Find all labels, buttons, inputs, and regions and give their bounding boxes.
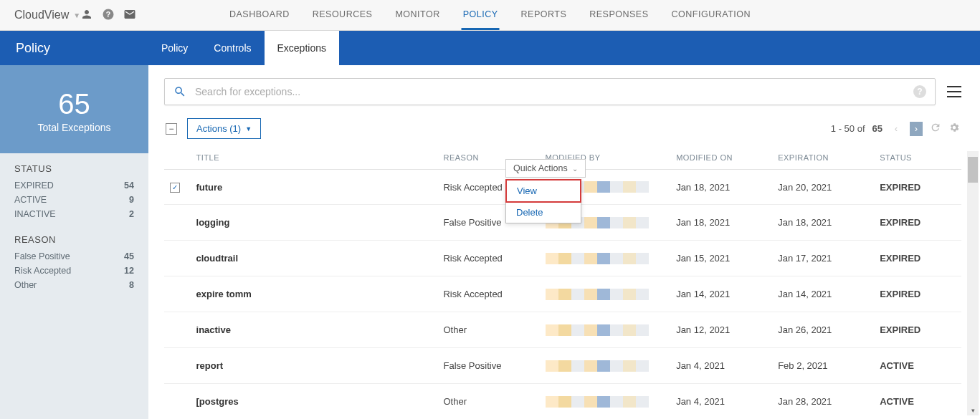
stat-label: Total Exceptions	[0, 122, 148, 133]
search-help-icon[interactable]: ?	[913, 85, 926, 98]
row-status: ACTIVE	[874, 384, 961, 420]
section-tab-controls[interactable]: Controls	[201, 31, 264, 65]
table-row[interactable]: cloudtrailRisk AcceptedJan 15, 2021Jan 1…	[164, 241, 961, 276]
row-expiration: Jan 28, 2021	[772, 384, 874, 420]
stat-number: 65	[0, 88, 148, 120]
actions-dropdown[interactable]: Actions (1) ▼	[187, 118, 261, 139]
collapse-all-toggle[interactable]: −	[166, 123, 177, 135]
row-modified-on: Jan 15, 2021	[670, 241, 772, 276]
column-header[interactable]: EXPIRATION	[772, 146, 874, 170]
profile-icon[interactable]	[80, 8, 93, 23]
svg-text:?: ?	[106, 9, 110, 18]
quick-action-delete[interactable]: Delete	[506, 202, 581, 223]
row-expiration: Jan 17, 2021	[772, 241, 874, 276]
table-row[interactable]: inactiveOtherJan 12, 2021Jan 26, 2021EXP…	[164, 312, 961, 348]
scrollbar[interactable]: ▾	[967, 151, 979, 415]
row-expiration: Jan 18, 2021	[772, 205, 874, 241]
row-reason: Other	[437, 312, 539, 348]
refresh-icon[interactable]	[930, 122, 941, 135]
caret-down-icon: ▼	[245, 125, 252, 133]
brand[interactable]: CloudView ▼	[14, 9, 80, 21]
redacted-value	[546, 396, 665, 408]
scrollbar-thumb[interactable]	[968, 157, 978, 183]
row-reason: Other	[437, 384, 539, 420]
table-row[interactable]: [postgresOtherJan 4, 2021Jan 28, 2021ACT…	[164, 384, 961, 420]
search-bar[interactable]: ?	[164, 78, 936, 105]
topnav-configuration[interactable]: CONFIGURATION	[670, 1, 752, 30]
row-title: [postgres	[191, 384, 438, 420]
hamburger-icon[interactable]	[947, 86, 961, 97]
row-status: ACTIVE	[874, 348, 961, 384]
brand-label: CloudView	[14, 9, 69, 21]
row-title: future	[191, 170, 438, 205]
row-expiration: Jan 14, 2021	[772, 276, 874, 312]
quick-action-view[interactable]: View	[505, 179, 581, 203]
scroll-down-icon[interactable]: ▾	[967, 405, 979, 415]
row-checkbox[interactable]: ✓	[170, 183, 180, 193]
row-status: EXPIRED	[874, 312, 961, 348]
row-modified-on: Jan 18, 2021	[670, 170, 772, 205]
pager-prev[interactable]: ‹	[890, 122, 903, 136]
row-expiration: Jan 26, 2021	[772, 312, 874, 348]
stat-box: 65 Total Exceptions	[0, 65, 148, 153]
table-row[interactable]: reportFalse PositiveJan 4, 2021Feb 2, 20…	[164, 348, 961, 384]
facet-row[interactable]: EXPIRED54	[14, 178, 134, 193]
row-title: logging	[191, 205, 438, 241]
row-modified-on: Jan 4, 2021	[670, 384, 772, 420]
facet-row[interactable]: INACTIVE2	[14, 207, 134, 221]
row-modified-on: Jan 12, 2021	[670, 312, 772, 348]
row-modified-by	[540, 384, 671, 420]
topnav-responses[interactable]: RESPONSES	[588, 1, 650, 30]
quick-actions-button[interactable]: Quick Actions ⌄	[505, 159, 586, 178]
redacted-value	[546, 360, 665, 372]
row-title: cloudtrail	[191, 241, 438, 276]
redacted-value	[546, 289, 665, 300]
quick-actions-label: Quick Actions	[513, 163, 568, 173]
topnav-reports[interactable]: REPORTS	[520, 1, 569, 30]
row-expiration: Feb 2, 2021	[772, 348, 874, 384]
row-title: inactive	[191, 312, 438, 348]
row-reason: Risk Accepted	[437, 276, 539, 312]
row-modified-on: Jan 14, 2021	[670, 276, 772, 312]
row-title: expire tomm	[191, 276, 438, 312]
row-status: EXPIRED	[874, 276, 961, 312]
facet-row[interactable]: Other8	[14, 278, 134, 292]
table-row[interactable]: expire tommRisk AcceptedJan 14, 2021Jan …	[164, 276, 961, 312]
row-status: EXPIRED	[874, 170, 961, 205]
row-reason: Risk Accepted	[437, 241, 539, 276]
row-modified-on: Jan 18, 2021	[670, 205, 772, 241]
row-modified-on: Jan 4, 2021	[670, 348, 772, 384]
facet-row[interactable]: False Positive45	[14, 249, 134, 264]
column-header[interactable]: STATUS	[874, 146, 961, 170]
chevron-down-icon: ⌄	[572, 165, 578, 173]
redacted-value	[546, 324, 665, 336]
section-title: Policy	[0, 41, 148, 56]
pager-next[interactable]: ›	[910, 122, 923, 136]
facet-row[interactable]: Risk Accepted12	[14, 264, 134, 278]
row-status: EXPIRED	[874, 205, 961, 241]
section-tab-exceptions[interactable]: Exceptions	[265, 31, 339, 65]
pager-total: 65	[872, 123, 883, 134]
row-expiration: Jan 20, 2021	[772, 170, 874, 205]
mail-icon[interactable]	[123, 8, 136, 23]
row-status: EXPIRED	[874, 241, 961, 276]
section-tab-policy[interactable]: Policy	[148, 31, 201, 65]
settings-icon[interactable]	[948, 122, 960, 135]
topnav-dashboard[interactable]: DASHBOARD	[228, 1, 291, 30]
row-modified-by	[540, 276, 671, 312]
topnav-monitor[interactable]: MONITOR	[394, 1, 441, 30]
facet-title: STATUS	[14, 163, 134, 174]
topnav-policy[interactable]: POLICY	[462, 1, 500, 30]
row-reason: False Positive	[437, 348, 539, 384]
column-header[interactable]: TITLE	[191, 146, 438, 170]
topnav-resources[interactable]: RESOURCES	[311, 1, 374, 30]
search-input[interactable]	[195, 86, 913, 97]
row-modified-by	[540, 312, 671, 348]
column-header[interactable]: MODIFIED ON	[670, 146, 772, 170]
brand-caret-icon: ▼	[73, 11, 80, 19]
row-modified-by	[540, 348, 671, 384]
facet-row[interactable]: ACTIVE9	[14, 193, 134, 207]
help-icon[interactable]: ?	[102, 8, 115, 23]
quick-actions-menu: View Delete	[505, 179, 581, 223]
row-title: report	[191, 348, 438, 384]
